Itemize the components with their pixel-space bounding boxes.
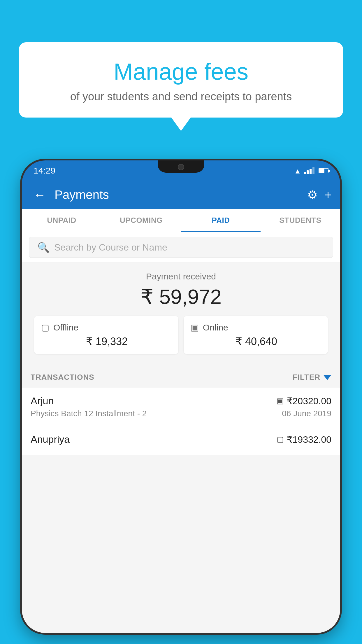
bubble-title: Manage fees bbox=[36, 58, 326, 85]
filter-button[interactable]: FILTER bbox=[293, 373, 331, 382]
online-card-header: ▣ Online bbox=[191, 322, 321, 332]
tab-unpaid[interactable]: UNPAID bbox=[22, 209, 101, 232]
tab-paid[interactable]: PAID bbox=[181, 209, 261, 232]
transactions-label: TRANSACTIONS bbox=[31, 373, 94, 382]
transaction-amount: ▣ ₹20320.00 bbox=[277, 396, 331, 407]
search-icon: 🔍 bbox=[37, 242, 50, 253]
search-container: 🔍 Search by Course or Name bbox=[22, 232, 340, 263]
transaction-bottom-row: Physics Batch 12 Installment - 2 06 June… bbox=[31, 409, 331, 418]
tabs-bar: UNPAID UPCOMING PAID STUDENTS bbox=[22, 209, 340, 232]
bubble-subtitle: of your students and send receipts to pa… bbox=[36, 90, 326, 103]
online-card: ▣ Online ₹ 40,640 bbox=[184, 316, 328, 354]
add-button[interactable]: + bbox=[325, 188, 331, 202]
status-time: 14:29 bbox=[34, 166, 55, 176]
payment-received-label: Payment received bbox=[29, 272, 333, 281]
phone-notch bbox=[158, 160, 204, 173]
transaction-top-row: Anupriya ▢ ₹19332.00 bbox=[31, 434, 331, 445]
offline-card: ▢ Offline ₹ 19,332 bbox=[34, 316, 178, 354]
transaction-top-row: Arjun ▣ ₹20320.00 bbox=[31, 395, 331, 407]
payment-summary: Payment received ₹ 59,972 ▢ Offline ₹ 19… bbox=[22, 263, 340, 367]
back-button[interactable]: ← bbox=[31, 185, 49, 205]
offline-amount: ₹ 19,332 bbox=[41, 335, 171, 348]
transaction-list: Arjun ▣ ₹20320.00 Physics Batch 12 Insta… bbox=[22, 388, 340, 455]
settings-icon[interactable]: ⚙ bbox=[307, 188, 318, 202]
battery-icon bbox=[319, 168, 328, 173]
payment-cards: ▢ Offline ₹ 19,332 ▣ Online ₹ 40,640 bbox=[29, 316, 333, 361]
transaction-course: Physics Batch 12 Installment - 2 bbox=[31, 409, 147, 418]
status-right: ▴ bbox=[296, 166, 328, 176]
transaction-date: 06 June 2019 bbox=[282, 409, 331, 418]
phone-container: 14:29 ▴ ← bbox=[22, 160, 340, 644]
transactions-header: TRANSACTIONS FILTER bbox=[22, 367, 340, 388]
filter-icon bbox=[323, 375, 331, 380]
phone-frame: 14:29 ▴ ← bbox=[22, 160, 340, 633]
payment-received-amount: ₹ 59,972 bbox=[29, 285, 333, 309]
offline-mode-icon: ▢ bbox=[277, 435, 284, 444]
search-placeholder: Search by Course or Name bbox=[54, 242, 167, 253]
phone-camera bbox=[178, 164, 184, 170]
offline-payment-icon: ▢ bbox=[41, 322, 49, 332]
online-amount: ₹ 40,640 bbox=[191, 335, 321, 348]
top-bar: ← Payments ⚙ + bbox=[22, 181, 340, 209]
page-title: Payments bbox=[55, 188, 301, 202]
tab-students[interactable]: STUDENTS bbox=[261, 209, 340, 232]
transaction-name: Anupriya bbox=[31, 434, 70, 445]
app-screen: ← Payments ⚙ + UNPAID UPCOMING PAID bbox=[22, 181, 340, 633]
online-payment-icon: ▣ bbox=[191, 322, 199, 332]
top-icons: ⚙ + bbox=[307, 188, 331, 202]
offline-label: Offline bbox=[53, 323, 78, 332]
tab-upcoming[interactable]: UPCOMING bbox=[101, 209, 181, 232]
transaction-amount: ▢ ₹19332.00 bbox=[277, 434, 331, 445]
table-row[interactable]: Anupriya ▢ ₹19332.00 bbox=[22, 426, 340, 455]
online-mode-icon: ▣ bbox=[277, 396, 284, 405]
wifi-icon: ▴ bbox=[296, 166, 300, 176]
transaction-name: Arjun bbox=[31, 395, 54, 407]
speech-bubble: Manage fees of your students and send re… bbox=[19, 42, 343, 118]
online-label: Online bbox=[203, 323, 228, 332]
search-box[interactable]: 🔍 Search by Course or Name bbox=[29, 237, 333, 258]
filter-label: FILTER bbox=[293, 373, 320, 382]
offline-card-header: ▢ Offline bbox=[41, 322, 171, 332]
signal-icon bbox=[304, 167, 314, 174]
table-row[interactable]: Arjun ▣ ₹20320.00 Physics Batch 12 Insta… bbox=[22, 388, 340, 426]
